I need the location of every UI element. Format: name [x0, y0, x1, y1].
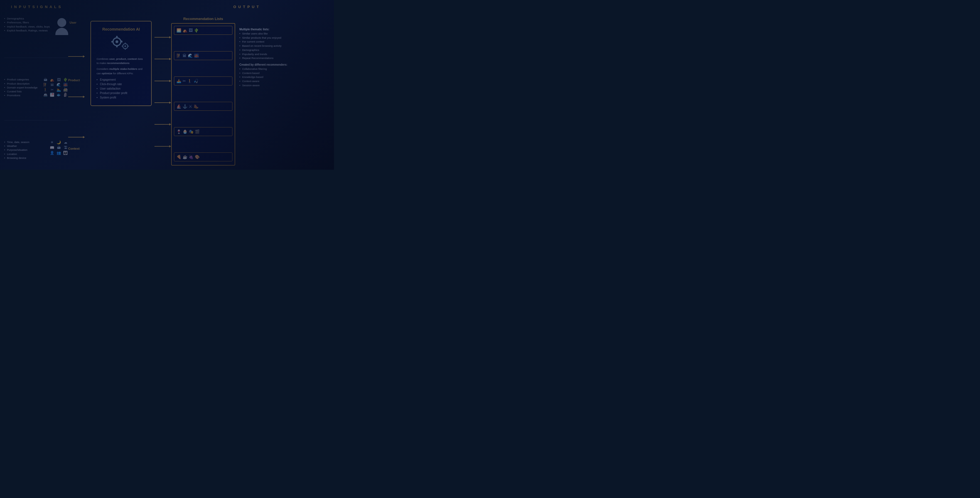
- svg-rect-11: [125, 48, 126, 50]
- product-signal-group: Product categories Product description D…: [4, 78, 68, 97]
- prod-icon-4: 🌵: [63, 78, 68, 82]
- gears-svg: [110, 36, 132, 52]
- ctx-icon-cloud: ☁: [63, 140, 68, 144]
- user-label: User: [70, 21, 76, 24]
- prod-icon-8: 🌉: [63, 82, 68, 87]
- rec-r4-i4: 🥾: [194, 104, 199, 108]
- ctx-bullet-1: Time, date, season: [4, 140, 47, 144]
- output-header: O U T P U T: [233, 5, 259, 9]
- rec-r6-i1: 🍕: [177, 155, 181, 159]
- thematic-5: Demographics: [239, 48, 330, 52]
- rec-lists-title: Recommendation Lists: [171, 17, 235, 21]
- rec-type-4: Context-aware: [239, 79, 330, 84]
- input-signals-header: I N P U T S I G N A L S: [11, 5, 61, 9]
- user-bullet-3: Implicit feedback, views, clicks, buys: [4, 25, 53, 29]
- rec-type-5: Session-aware: [239, 84, 330, 88]
- svg-point-1: [116, 40, 118, 43]
- prod-icon-3: 🖼: [56, 78, 62, 82]
- thematic-2: Similar products that you enjoyed: [239, 36, 330, 40]
- thematic-3: For current context: [239, 40, 330, 44]
- right-connectors: [154, 13, 171, 165]
- out-arrow-6: [154, 145, 171, 147]
- context-icons: ☀ 🌙 ☁ 📖 🏔 🏝 👤 👥 👨‍👩‍👧: [49, 140, 68, 155]
- product-bullet-list: Product categories Product description D…: [4, 78, 40, 97]
- svg-rect-4: [111, 41, 113, 43]
- ctx-bullet-2: Weather: [4, 144, 47, 148]
- svg-rect-10: [125, 43, 126, 44]
- svg-rect-12: [122, 46, 123, 47]
- rec-row-2: 🧗 🏛 🌊 🌉: [174, 51, 232, 60]
- ai-title: Recommendation AI: [102, 27, 140, 32]
- kpi-4: Product provider profit: [97, 91, 146, 95]
- recommenders-list: Collaborative filtering Content-based Kn…: [239, 67, 330, 88]
- out-arrow-5: [154, 123, 171, 125]
- ctx-bullet-3: Purpose/situation: [4, 148, 47, 152]
- ai-box: Recommendation AI: [91, 21, 152, 106]
- out-arrow-4: [154, 102, 171, 104]
- prod-icon-1: 🏔: [43, 78, 48, 82]
- thematic-list: Similar users also like Similar products…: [239, 32, 330, 60]
- prod-icon-16: 🗿: [63, 93, 68, 97]
- user-signal-group: Demographics Preferences, filters Implic…: [4, 17, 68, 35]
- ctx-icon-sun: ☀: [49, 140, 55, 144]
- rec-r2-i3: 🌊: [188, 54, 192, 58]
- output-meta-panel: Multiple thematic lists: Similar users a…: [235, 13, 330, 165]
- ctx-bullet-5: Browsing device: [4, 156, 47, 160]
- gears-visual: [110, 36, 132, 54]
- ctx-icon-moon: 🌙: [56, 140, 62, 144]
- thematic-1: Similar users also like: [239, 32, 330, 36]
- thematic-title: Multiple thematic lists:: [239, 28, 330, 31]
- context-label: Context: [68, 147, 80, 150]
- thematic-6: Popularity and trends: [239, 52, 330, 57]
- rec-r3-i1: 🚣: [177, 79, 181, 83]
- ctx-icon-book: 📖: [49, 146, 55, 150]
- ctx-icon-family: 👨‍👩‍👧: [63, 151, 68, 155]
- product-bullet-4: Curated lists: [4, 90, 40, 94]
- ctx-icon-island: 🏝: [63, 146, 68, 150]
- rec-r5-i1: 🍷: [177, 129, 181, 134]
- prod-icon-10: ✂: [49, 88, 55, 92]
- user-bullet-1: Demographics: [4, 17, 53, 21]
- svg-rect-13: [127, 46, 129, 47]
- rec-r5-i4: 🎬: [195, 129, 200, 134]
- user-bullet-4: Explicit feedback, Ratings, reviews: [4, 29, 53, 33]
- rec-type-2: Content-based: [239, 71, 330, 75]
- ctx-icon-person1: 👤: [49, 151, 55, 155]
- recommenders-title: Created by different recommenders:: [239, 63, 330, 66]
- context-signal-group: Time, date, season Weather Purpose/situa…: [4, 140, 68, 160]
- out-arrow-3: [154, 80, 171, 82]
- product-label: Product: [68, 78, 80, 82]
- rec-r4-i1: ⛵: [177, 104, 181, 108]
- user-icon: [56, 18, 68, 35]
- svg-rect-3: [116, 45, 118, 47]
- rec-r1-i2: ⛺: [183, 28, 187, 33]
- prod-icon-7: 🌊: [56, 82, 62, 87]
- rec-row-4: ⛵ ⚓ ⚔ 🥾: [174, 102, 232, 111]
- ai-center-panel: Recommendation AI: [88, 13, 154, 165]
- rec-type-1: Collaborative filtering: [239, 67, 330, 71]
- out-arrow-2: [154, 58, 171, 60]
- product-bullet-1: Product categories: [4, 78, 40, 81]
- rec-r6-i3: 🍇: [189, 155, 193, 159]
- user-bullet-2: Preferences, filters: [4, 21, 53, 24]
- rec-r5-i2: 🧁: [183, 129, 187, 134]
- user-bullet-list: Demographics Preferences, filters Implic…: [4, 17, 53, 33]
- product-bullet-5: Promotions: [4, 94, 40, 97]
- rec-r3-i4: 🎣: [193, 79, 198, 83]
- prod-icon-2: ⛺: [49, 78, 55, 82]
- prod-icon-5: 🧗: [43, 82, 48, 87]
- rec-r3-i2: ✂: [183, 79, 186, 83]
- product-arrow: [68, 96, 85, 98]
- thematic-7: Repeat Recommendations: [239, 56, 330, 60]
- rec-r1-i3: 🖼: [189, 28, 192, 33]
- rec-row-6: 🍕 ☕ 🍇 🎨: [174, 152, 232, 161]
- rec-type-3: Knowledge-based: [239, 75, 330, 79]
- rec-r4-i3: ⚔: [189, 104, 192, 108]
- prod-icon-6: 🏛: [49, 82, 55, 87]
- rec-r1-i1: 🌅: [177, 28, 181, 33]
- user-arrow: [68, 56, 85, 57]
- recommendation-lists-panel: Recommendation Lists 🌅 ⛺ 🖼 🌵 🧗 🏛 🌊 🌉: [171, 13, 235, 165]
- ctx-icon-mountain: 🏔: [56, 146, 62, 150]
- rec-row-3: 🚣 ✂ 🚶 🎣: [174, 76, 232, 86]
- prod-icon-14: 🌁: [49, 93, 55, 97]
